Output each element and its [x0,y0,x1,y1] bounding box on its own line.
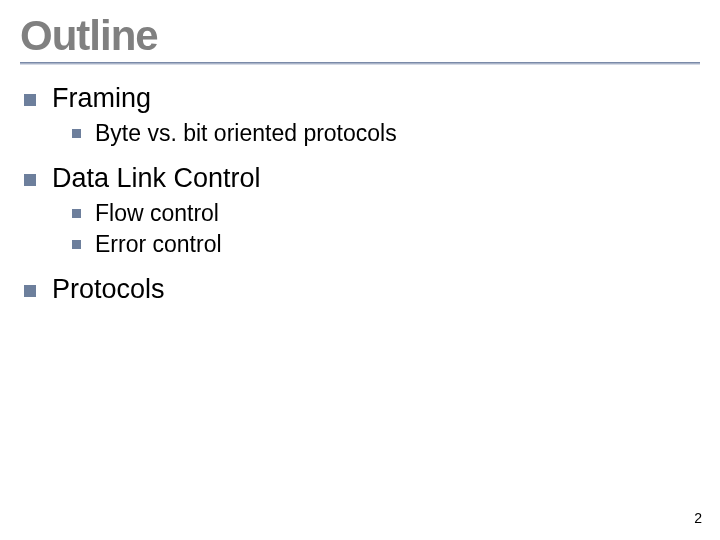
square-bullet-icon [72,209,81,218]
square-bullet-icon [72,240,81,249]
list-item: Data Link Control [24,163,700,194]
slide: Outline Framing Byte vs. bit oriented pr… [0,0,720,540]
square-bullet-icon [24,174,36,186]
list-item-label: Framing [52,83,151,114]
page-number: 2 [694,510,702,526]
list-item: Byte vs. bit oriented protocols [72,120,700,147]
title-underline [20,62,700,65]
outline-content: Framing Byte vs. bit oriented protocols … [20,83,700,305]
square-bullet-icon [72,129,81,138]
slide-title: Outline [20,12,700,60]
list-item-label: Byte vs. bit oriented protocols [95,120,397,147]
list-item-label: Protocols [52,274,165,305]
list-item: Protocols [24,274,700,305]
list-item-label: Error control [95,231,222,258]
sublist: Flow control Error control [24,200,700,258]
list-item-label: Flow control [95,200,219,227]
list-item: Flow control [72,200,700,227]
square-bullet-icon [24,285,36,297]
list-item: Error control [72,231,700,258]
list-item: Framing [24,83,700,114]
square-bullet-icon [24,94,36,106]
list-item-label: Data Link Control [52,163,261,194]
sublist: Byte vs. bit oriented protocols [24,120,700,147]
